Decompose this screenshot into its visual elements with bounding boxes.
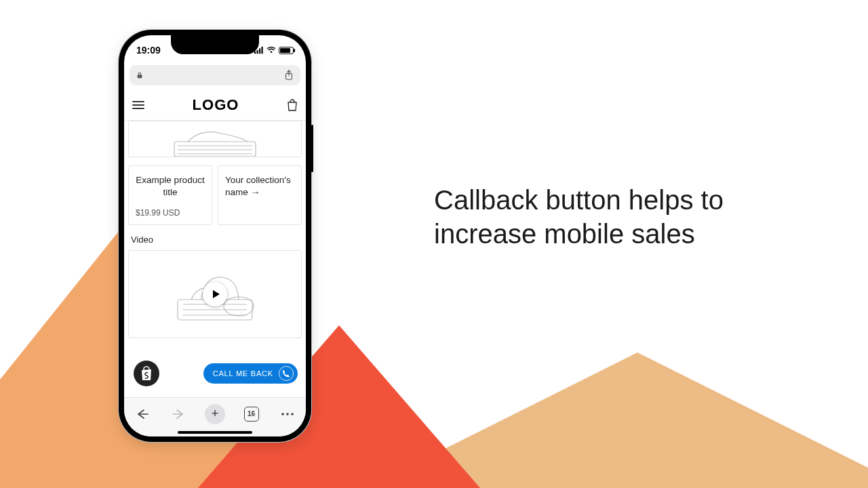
svg-point-11 [291, 413, 294, 415]
svg-rect-2 [259, 48, 260, 54]
play-icon [212, 289, 220, 299]
forward-button[interactable] [167, 403, 190, 426]
call-me-back-button[interactable]: CALL ME BACK [203, 363, 298, 384]
product-card[interactable]: Example product title $19.99 USD [128, 165, 212, 225]
lock-icon [136, 72, 143, 79]
bg-triangle-red [0, 325, 692, 488]
back-button[interactable] [131, 403, 154, 426]
phone-icon [279, 366, 294, 381]
menu-icon[interactable] [132, 99, 144, 111]
safari-url-bar[interactable] [130, 65, 300, 85]
iphone-frame: 19:09 LOGO [119, 30, 311, 442]
svg-rect-1 [257, 50, 258, 54]
share-icon[interactable] [284, 70, 294, 81]
svg-rect-4 [138, 75, 142, 78]
tabs-button[interactable]: 16 [240, 403, 263, 426]
sneaker-line-art [167, 121, 262, 157]
collection-title: Your collection's name→ [225, 174, 294, 199]
home-indicator [178, 431, 252, 434]
arrow-right-icon: → [251, 186, 260, 199]
phone-screen: 19:09 LOGO [124, 35, 306, 436]
promo-stage: Callback button helps to increase mobile… [0, 0, 868, 488]
more-button[interactable] [276, 403, 299, 426]
phone-notch [171, 35, 259, 54]
call-me-back-label: CALL ME BACK [213, 369, 273, 378]
shopify-bag-icon [140, 366, 153, 381]
product-image-card[interactable] [128, 121, 302, 157]
svg-point-9 [281, 413, 284, 415]
video-card[interactable] [128, 250, 302, 338]
video-section-label: Video [131, 235, 302, 245]
bg-triangle-orange [0, 210, 746, 488]
more-icon [281, 412, 294, 416]
svg-rect-3 [262, 47, 263, 54]
headline-text: Callback button helps to increase mobile… [434, 183, 814, 251]
plus-icon: + [205, 404, 225, 424]
new-tab-button[interactable]: + [203, 403, 226, 426]
store-logo[interactable]: LOGO [193, 96, 239, 114]
product-price: $19.99 USD [136, 208, 205, 218]
product-title: Example product title [136, 174, 205, 199]
collection-card[interactable]: Your collection's name→ [218, 165, 302, 225]
shopify-badge[interactable] [134, 361, 159, 386]
status-time: 19:09 [136, 45, 161, 56]
tab-count: 16 [248, 410, 255, 418]
cart-icon[interactable] [287, 99, 298, 111]
svg-point-10 [286, 413, 289, 415]
safari-toolbar: + 16 [124, 397, 306, 436]
svg-rect-6 [174, 142, 256, 157]
store-header: LOGO [124, 89, 306, 121]
wifi-icon [267, 46, 276, 54]
store-content: Example product title $19.99 USD Your co… [124, 121, 306, 338]
battery-icon [279, 47, 294, 54]
svg-rect-0 [254, 52, 256, 54]
